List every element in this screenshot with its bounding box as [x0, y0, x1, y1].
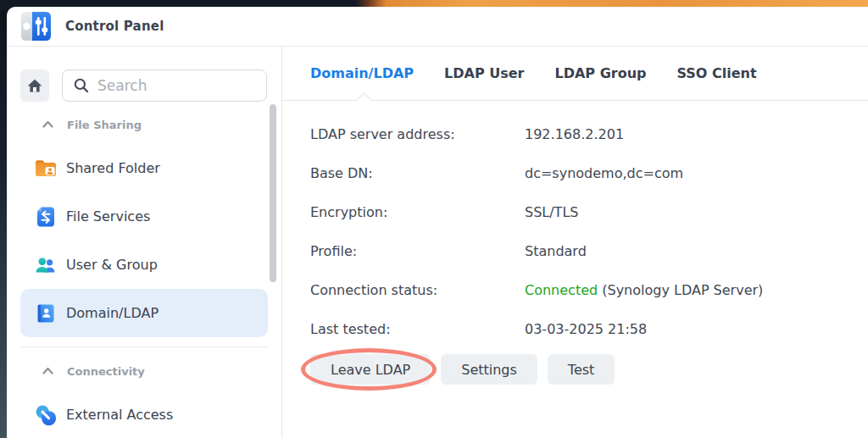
chevron-up-icon: [42, 366, 53, 376]
settings-button[interactable]: Settings: [441, 354, 537, 385]
sidebar-item-label: User & Group: [66, 257, 158, 273]
chevron-up-icon: [42, 119, 53, 130]
sidebar-divider: [20, 347, 268, 347]
field-label: Profile:: [310, 243, 525, 259]
tab-sso-client[interactable]: SSO Client: [676, 65, 756, 81]
search-icon: [73, 77, 90, 94]
sidebar-item-shared-folder[interactable]: Shared Folder: [20, 144, 268, 192]
external-access-icon: [34, 403, 58, 427]
window-titlebar: Control Panel: [7, 7, 868, 47]
sidebar-item-user-group[interactable]: User & Group: [20, 241, 268, 289]
page-title: Control Panel: [65, 19, 164, 34]
sidebar-section-file-sharing[interactable]: File Sharing: [7, 118, 281, 131]
field-row-connection-status: Connection status: Connected (Synology L…: [310, 270, 868, 309]
field-label: LDAP server address:: [310, 126, 525, 142]
button-row: Leave LDAP Settings Test: [310, 354, 868, 385]
main-panel: Domain/LDAP LDAP User LDAP Group SSO Cli…: [282, 47, 868, 438]
sidebar: File Sharing Shared Folder: [7, 47, 282, 438]
control-panel-icon: [20, 11, 52, 42]
field-value: SSL/TLS: [525, 204, 868, 220]
field-row: Encryption: SSL/TLS: [310, 192, 868, 231]
field-row: Last tested: 03-03-2025 21:58: [310, 309, 868, 348]
sidebar-item-label: External Access: [66, 407, 173, 423]
search-input[interactable]: [97, 77, 242, 94]
field-row: Base DN: dc=synodemo,dc=com: [310, 153, 868, 192]
field-label: Encryption:: [310, 204, 525, 220]
field-label: Base DN:: [310, 165, 525, 181]
sidebar-item-label: File Services: [66, 208, 150, 225]
sidebar-scrollbar[interactable]: [270, 104, 276, 282]
sidebar-item-label: Shared Folder: [66, 160, 160, 176]
test-button[interactable]: Test: [548, 354, 615, 385]
leave-ldap-button[interactable]: Leave LDAP: [310, 354, 431, 385]
tab-ldap-user[interactable]: LDAP User: [444, 65, 524, 81]
field-row: Profile: Standard: [310, 231, 868, 270]
field-row: LDAP server address: 192.168.2.201: [310, 114, 868, 153]
field-value: 192.168.2.201: [525, 126, 868, 142]
status-badge: Connected: [525, 282, 598, 298]
file-services-icon: [34, 205, 58, 229]
sidebar-item-file-services[interactable]: File Services: [20, 192, 268, 241]
tab-bar: Domain/LDAP LDAP User LDAP Group SSO Cli…: [282, 47, 868, 101]
home-button[interactable]: [20, 69, 49, 102]
tab-ldap-group[interactable]: LDAP Group: [554, 65, 646, 81]
shared-folder-icon: [34, 157, 58, 180]
field-value: Standard: [525, 243, 868, 259]
search-box: [62, 69, 267, 102]
sidebar-item-label: Domain/LDAP: [66, 305, 159, 321]
control-panel-window: Control Panel: [7, 7, 868, 438]
sidebar-item-external-access[interactable]: External Access: [20, 391, 268, 438]
field-label: Last tested:: [310, 321, 525, 337]
field-value: 03-03-2025 21:58: [525, 321, 868, 337]
user-group-icon: [34, 253, 58, 277]
home-icon: [26, 77, 43, 94]
ldap-info-panel: LDAP server address: 192.168.2.201 Base …: [282, 101, 868, 385]
sidebar-section-connectivity[interactable]: Connectivity: [7, 364, 281, 378]
sidebar-item-domain-ldap[interactable]: Domain/LDAP: [20, 289, 268, 337]
domain-ldap-icon: [34, 302, 58, 325]
section-label: Connectivity: [67, 365, 145, 378]
field-value: Connected (Synology LDAP Server): [525, 282, 868, 298]
tab-domain-ldap[interactable]: Domain/LDAP: [310, 65, 414, 81]
section-label: File Sharing: [67, 119, 142, 131]
field-label: Connection status:: [310, 282, 525, 298]
field-value: dc=synodemo,dc=com: [525, 165, 868, 181]
status-note: (Synology LDAP Server): [598, 282, 763, 298]
